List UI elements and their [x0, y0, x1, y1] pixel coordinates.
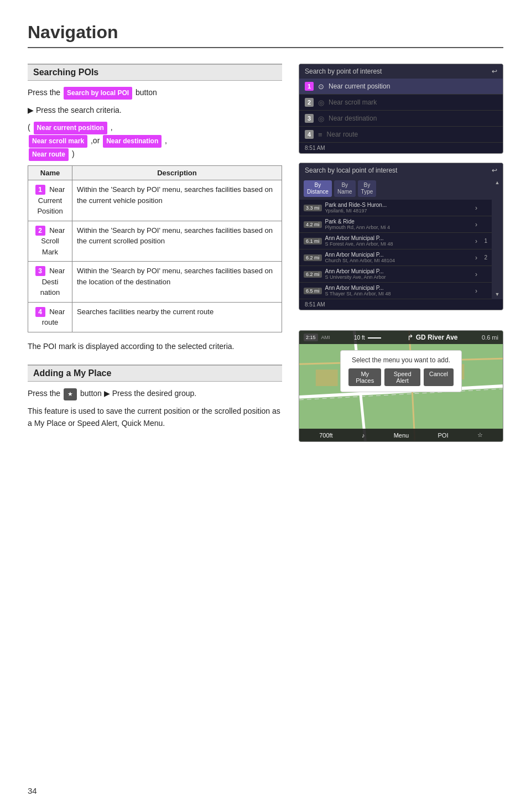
item-icon: ≡ — [318, 131, 322, 139]
item-number: 1 — [305, 82, 314, 91]
page-number: 34 — [28, 786, 37, 795]
poi-info: Park and Ride-S Huron... Ypsilanti, MI 4… — [325, 202, 472, 214]
map-screen: 2:15 AMI 10 ft ↱ GD River Ave 0.6 mi ⚠ — [299, 330, 503, 442]
table-cell-desc: Searches facilities nearby the current r… — [72, 302, 282, 332]
map-bottom-item[interactable]: POI — [438, 432, 449, 439]
side-number: 2 — [481, 254, 487, 261]
item-number: 4 — [305, 130, 314, 139]
near-current-btn-label: Near current position — [34, 122, 107, 134]
local-poi-list: ByDistanceByNameByType 3.3 mi Park and R… — [299, 178, 492, 299]
row-number-badge: 4 — [35, 307, 45, 317]
table-cell-name: 4 Nearroute — [28, 302, 72, 332]
item-icon: ⊙ — [318, 82, 324, 91]
table-row: 1 NearCurrentPosition Within the 'Search… — [28, 180, 282, 221]
poi-screen-list-item[interactable]: 4 ≡ Near route — [299, 127, 503, 143]
list-item[interactable]: 4.2 mi Park & Ride Plymouth Rd, Ann Arbo… — [299, 216, 492, 233]
distance-badge: 4.2 mi — [304, 221, 322, 228]
chevron-icon: › — [475, 204, 477, 212]
table-cell-desc: Within the 'Search by POI' menu, searche… — [72, 221, 282, 262]
poi-screen-list-item[interactable]: 2 ◎ Near scroll mark — [299, 95, 503, 111]
list-item[interactable]: 6.5 mi Ann Arbor Municipal P... S Thayer… — [299, 283, 492, 299]
list-item[interactable]: 6.1 mi Ann Arbor Municipal P... S Forest… — [299, 233, 492, 249]
poi-name: Ann Arbor Municipal P... — [325, 252, 472, 258]
distance-badge: 6.5 mi — [304, 288, 322, 294]
map-bottom-item[interactable]: 700ft — [319, 432, 332, 439]
poi-sub: S Forest Ave, Ann Arbor, MI 48 — [325, 241, 472, 247]
local-poi-sidebar: ▲ ▼ — [492, 178, 503, 299]
list-item[interactable]: 6.2 mi Ann Arbor Municipal P... Church S… — [299, 249, 492, 266]
star-button-icon: ★ — [64, 388, 77, 400]
table-row: 2 NearScrollMark Within the 'Search by P… — [28, 221, 282, 262]
list-item[interactable]: 6.2 mi Ann Arbor Municipal P... S Univer… — [299, 266, 492, 283]
map-header-bar: 2:15 AMI 10 ft ↱ GD River Ave 0.6 mi — [299, 331, 503, 344]
map-bottom-item[interactable]: ☆ — [477, 431, 483, 439]
item-label: Near scroll mark — [329, 98, 377, 106]
poi-name: Park & Ride — [325, 218, 472, 225]
map-scale-label: 10 ft — [354, 335, 383, 341]
poi-info: Ann Arbor Municipal P... Church St, Ann … — [325, 252, 472, 263]
near-route-btn-label: Near route — [29, 148, 69, 161]
local-poi-tab[interactable]: ByName — [334, 180, 356, 197]
row-number-badge: 3 — [35, 266, 45, 276]
local-poi-tabs: ByDistanceByNameByType — [299, 178, 492, 200]
distance-badge: 6.1 mi — [304, 238, 322, 244]
chevron-icon: › — [475, 237, 477, 245]
adding-my-place-section: Adding a My Place Press the ★ button ▶ P… — [28, 365, 282, 429]
poi-screen-list-item[interactable]: 3 ◎ Near destination — [299, 111, 503, 127]
poi-name: Ann Arbor Municipal P... — [325, 235, 472, 241]
map-bottom-item[interactable]: ♪ — [362, 432, 365, 439]
chevron-icon: › — [475, 270, 477, 278]
poi-screen-list-item[interactable]: 1 ⊙ Near current position — [299, 79, 503, 95]
criteria-text: ( Near current position , Near scroll ma… — [28, 121, 282, 162]
map-road-name: GD River Ave — [416, 334, 458, 341]
poi-sub: Ypsilanti, MI 48197 — [325, 208, 472, 214]
table-cell-desc: Within the 'Search by POI' menu, searche… — [72, 262, 282, 303]
right-column: Search by point of interest ↩ 1 ⊙ Near c… — [299, 64, 503, 442]
item-label: Near destination — [329, 114, 377, 122]
poi-name: Ann Arbor Municipal P... — [325, 268, 472, 274]
poi-info: Ann Arbor Municipal P... S Thayer St, An… — [325, 285, 472, 296]
table-cell-desc: Within the 'Search by POI' menu, searche… — [72, 180, 282, 221]
side-number: 1 — [481, 238, 487, 244]
list-item[interactable]: 3.3 mi Park and Ride-S Huron... Ypsilant… — [299, 200, 492, 216]
step-text: ▶ Press the search criteria. — [28, 104, 282, 116]
item-number: 3 — [305, 114, 314, 123]
svg-rect-6 — [316, 369, 338, 386]
poi-screen: Search by point of interest ↩ 1 ⊙ Near c… — [299, 64, 503, 154]
map-modal-text: Select the menu you want to add. — [348, 356, 454, 364]
map-modal: Select the menu you want to add. My Plac… — [340, 350, 462, 392]
col-name-header: Name — [28, 166, 72, 180]
searching-pois-section: Searching POIs Press the Search by local… — [28, 64, 282, 352]
adding-my-place-header: Adding a My Place — [28, 365, 282, 382]
poi-sub: Church St, Ann Arbor, MI 48104 — [325, 258, 472, 263]
local-poi-screen: Search by local point of interest ↩ ByDi… — [299, 163, 503, 310]
map-modal-button[interactable]: Cancel — [424, 368, 454, 386]
table-row: 3 NearDestination Within the 'Search by … — [28, 262, 282, 303]
my-place-intro: Press the ★ button ▶ Press the desired g… — [28, 387, 282, 400]
distance-badge: 6.2 mi — [304, 254, 322, 261]
map-modal-button[interactable]: Speed Alert — [384, 368, 420, 386]
item-label: Near route — [327, 131, 358, 138]
map-bottom-item[interactable]: Menu — [394, 432, 409, 439]
local-poi-screen-time: 8:51 AM — [299, 299, 503, 310]
chevron-icon: › — [475, 254, 477, 262]
footer-text: The POI mark is displayed according to t… — [28, 340, 282, 352]
poi-criteria-table: Name Description 1 NearCurrentPosition W… — [28, 165, 282, 332]
item-label: Near current position — [329, 82, 390, 90]
item-number: 2 — [305, 98, 314, 107]
local-poi-tab[interactable]: ByType — [358, 180, 377, 197]
map-modal-button[interactable]: My Places — [348, 368, 381, 386]
row-number-badge: 2 — [35, 226, 45, 236]
search-by-local-poi-button-label: Search by local POI — [64, 87, 132, 100]
my-place-body: This feature is used to save the current… — [28, 405, 282, 430]
poi-info: Ann Arbor Municipal P... S University Av… — [325, 268, 472, 280]
poi-screen-list: 1 ⊙ Near current position 2 ◎ Near scrol… — [299, 79, 503, 143]
table-cell-name: 1 NearCurrentPosition — [28, 180, 72, 221]
searching-pois-header: Searching POIs — [28, 64, 282, 81]
local-poi-tab[interactable]: ByDistance — [304, 180, 332, 197]
page-title: Navigation — [28, 22, 503, 48]
distance-badge: 3.3 mi — [304, 205, 322, 211]
map-modal-buttons: My PlacesSpeed AlertCancel — [348, 368, 454, 386]
col-desc-header: Description — [72, 166, 282, 180]
poi-sub: S University Ave, Ann Arbor — [325, 274, 472, 280]
